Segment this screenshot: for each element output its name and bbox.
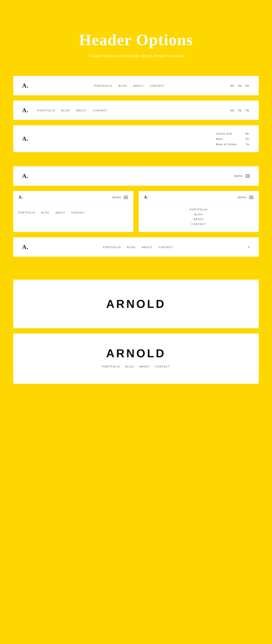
nav-link[interactable]: About & Contact — [216, 143, 237, 146]
nav-link[interactable]: ABOUT — [139, 365, 150, 368]
logo-3: A. — [22, 135, 216, 142]
nav-item[interactable]: CONTACT — [150, 84, 165, 88]
social-item[interactable]: Fb. — [245, 137, 250, 141]
nav-item[interactable]: PORTFOLIO — [95, 84, 112, 88]
nav-item[interactable]: CONTACT — [72, 210, 85, 214]
social-item[interactable]: BE. — [231, 108, 235, 112]
nav-link[interactable]: BLOG — [127, 246, 136, 248]
nav-link[interactable]: CONTACT — [72, 212, 85, 214]
social-item[interactable]: BE. — [231, 84, 235, 88]
header-1-inner: A. PORTFOLIO BLOG ABOUT CONTACT BE. FB. … — [13, 76, 259, 95]
social-item[interactable]: FB. — [238, 108, 242, 112]
header-demo-4: A. MENU — [13, 166, 259, 186]
nav-brand-2: PORTFOLIO BLOG ABOUT CONTACT — [102, 364, 170, 368]
nav-item[interactable]: CONTACT — [158, 245, 173, 249]
logo-7: A. — [22, 244, 29, 250]
social-link[interactable]: TW. — [245, 109, 250, 112]
nav-link[interactable]: ABOUT — [133, 84, 144, 87]
nav-link[interactable]: BLOG — [42, 212, 50, 214]
nav-link[interactable]: CONTACT — [191, 223, 206, 226]
nav-item[interactable]: PORTFOLIO — [37, 108, 55, 112]
nav-link[interactable]: CONTACT — [155, 365, 170, 368]
nav-link[interactable]: BLOG — [119, 84, 127, 87]
nav-item[interactable]: ABOUT — [55, 210, 65, 214]
menu-button-4[interactable]: MENU — [234, 174, 250, 178]
social-2: BE. FB. TW. — [231, 108, 250, 112]
header-4-inner: A. MENU — [13, 166, 259, 186]
nav-5: PORTFOLIO BLOG ABOUT CONTACT — [19, 210, 128, 214]
nav-link[interactable]: BLOG — [125, 365, 134, 368]
social-link[interactable]: BE. — [231, 109, 235, 112]
nav-2: PORTFOLIO BLOG ABOUT CONTACT — [37, 108, 230, 112]
header-5-top: A. MENU — [13, 191, 133, 204]
nav-link[interactable]: ABOUT — [55, 212, 65, 214]
nav-item[interactable]: BLOG — [42, 210, 50, 214]
nav-item[interactable]: BLOG — [125, 364, 134, 368]
social-link[interactable]: Fb. — [245, 138, 250, 140]
logo-2: A. — [22, 107, 29, 114]
nav-item[interactable]: BLOG — [62, 108, 70, 112]
menu-button-6[interactable]: MENU — [238, 196, 253, 199]
nav-link[interactable]: BLOG — [62, 109, 70, 112]
nav-item[interactable]: BLOG — [119, 84, 127, 88]
hamburger-line — [249, 198, 253, 199]
header-demo-7: A. PORTFOLIO BLOG ABOUT CONTACT × — [13, 237, 259, 257]
social-link[interactable]: Tw. — [245, 143, 250, 146]
nav-link[interactable]: PORTFOLIO — [19, 212, 35, 214]
nav-link[interactable]: ABOUT — [193, 218, 204, 220]
nav-link[interactable]: CONTACT — [150, 84, 165, 87]
social-item[interactable]: TW. — [245, 84, 250, 88]
menu-label-6: MENU — [238, 196, 247, 199]
nav-link[interactable]: Custom Grid — [216, 132, 232, 135]
nav-item[interactable]: News — [216, 137, 237, 141]
social-link[interactable]: TW. — [245, 84, 250, 87]
nav-link[interactable]: ABOUT — [142, 246, 152, 248]
header-2-inner: A. PORTFOLIO BLOG ABOUT CONTACT BE. FB. … — [13, 100, 259, 120]
nav-link[interactable]: PORTFOLIO — [37, 109, 55, 112]
nav-item[interactable]: ABOUT — [142, 245, 152, 249]
hamburger-line — [124, 197, 128, 198]
nav-link[interactable]: PORTFOLIO — [103, 246, 121, 248]
header-3-inner: A. Custom Grid News About & Contact Be. … — [13, 125, 259, 152]
nav-item[interactable]: PORTFOLIO — [19, 210, 35, 214]
nav-item[interactable]: ABOUT — [76, 108, 87, 112]
nav-item[interactable]: PORTFOLIO — [103, 245, 121, 249]
nav-item[interactable]: CONTACT — [93, 108, 108, 112]
nav-link[interactable]: CONTACT — [158, 246, 173, 248]
header-3-right: Custom Grid News About & Contact Be. Fb.… — [216, 132, 250, 146]
social-item[interactable]: FB. — [238, 84, 242, 88]
nav-item[interactable]: PORTFOLIO — [102, 364, 120, 368]
nav-item[interactable]: BLOG — [127, 245, 136, 249]
social-item[interactable]: Tw. — [245, 142, 250, 146]
nav-link[interactable]: PORTFOLIO — [190, 208, 207, 211]
page-wrapper: Header Options 7 header layouts with mul… — [0, 0, 272, 411]
logo-5: A. — [19, 195, 23, 200]
nav-link[interactable]: News — [216, 138, 223, 140]
hamburger-line — [245, 174, 250, 175]
nav-item[interactable]: ABOUT — [139, 364, 150, 368]
social-item[interactable]: TW. — [245, 108, 250, 112]
social-link[interactable]: Be. — [245, 132, 250, 135]
header-demo-1: A. PORTFOLIO BLOG ABOUT CONTACT BE. FB. … — [13, 76, 259, 95]
nav-item[interactable]: CONTACT — [155, 364, 170, 368]
nav-item[interactable]: ABOUT — [133, 84, 144, 88]
close-button-7[interactable]: × — [248, 245, 250, 249]
menu-button-5[interactable]: MENU — [113, 196, 128, 199]
header-6-body: PORTFOLIO BLOG ABOUT CONTACT — [139, 204, 259, 232]
nav-item[interactable]: About & Contact — [216, 142, 237, 146]
nav-link[interactable]: CONTACT — [93, 109, 108, 112]
nav-item[interactable]: Custom Grid — [216, 132, 237, 136]
social-1: BE. FB. TW. — [231, 84, 250, 88]
social-link[interactable]: FB. — [238, 84, 242, 87]
social-item[interactable]: Be. — [245, 132, 250, 136]
header-6-top: A. MENU — [139, 191, 259, 204]
spacer-1 — [13, 158, 259, 166]
nav-link[interactable]: ABOUT — [76, 109, 87, 112]
social-link[interactable]: BE. — [231, 84, 235, 87]
nav-link[interactable]: PORTFOLIO — [102, 365, 120, 368]
header-5-body: PORTFOLIO BLOG ABOUT CONTACT — [13, 204, 133, 220]
nav-link[interactable]: BLOG — [194, 213, 203, 216]
social-link[interactable]: FB. — [238, 109, 242, 112]
hamburger-line — [245, 176, 250, 176]
nav-link[interactable]: PORTFOLIO — [95, 84, 112, 87]
